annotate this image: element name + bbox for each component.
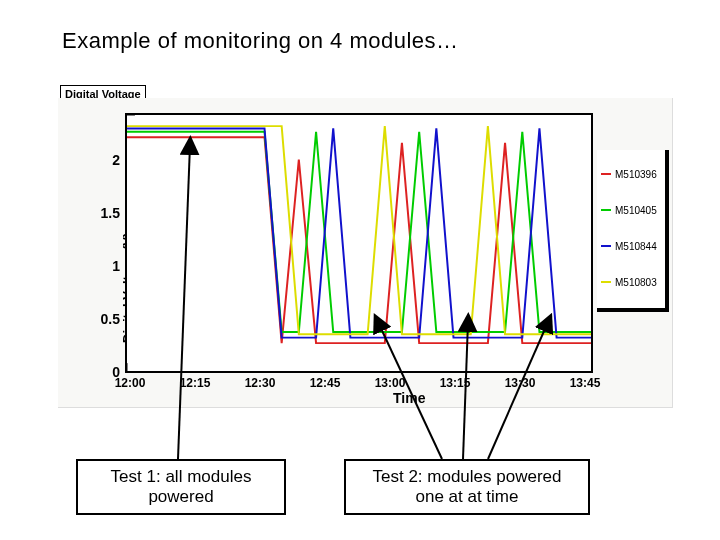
legend-label: M510844: [615, 241, 657, 252]
legend-item: M510844: [601, 228, 661, 264]
x-tick: 13:15: [435, 376, 475, 390]
legend-label: M510803: [615, 277, 657, 288]
y-tick: 1: [94, 258, 120, 274]
x-tick: 12:30: [240, 376, 280, 390]
plot-area: [125, 113, 593, 373]
x-tick: 12:45: [305, 376, 345, 390]
chart-panel: Digital Voltage (V) 0 0.5 1 1.5 2 12:00 …: [58, 98, 673, 408]
legend-swatch-icon: [601, 209, 611, 211]
y-tick: 2: [94, 152, 120, 168]
x-axis-label: Time: [393, 390, 425, 406]
x-tick: 13:30: [500, 376, 540, 390]
x-tick: 12:15: [175, 376, 215, 390]
annotation-test2: Test 2: modules powered one at at time: [344, 459, 590, 515]
annotation-test1: Test 1: all modules powered: [76, 459, 286, 515]
legend-swatch-icon: [601, 245, 611, 247]
legend-label: M510396: [615, 169, 657, 180]
legend-swatch-icon: [601, 173, 611, 175]
x-tick: 13:00: [370, 376, 410, 390]
x-tick: 12:00: [110, 376, 150, 390]
y-tick: 1.5: [94, 205, 120, 221]
legend: M510396 M510405 M510844 M510803: [597, 150, 669, 312]
legend-item: M510803: [601, 264, 661, 300]
chart-svg: [127, 115, 591, 371]
legend-item: M510405: [601, 192, 661, 228]
legend-label: M510405: [615, 205, 657, 216]
page-title: Example of monitoring on 4 modules…: [62, 28, 459, 54]
y-tick: 0.5: [94, 311, 120, 327]
x-tick: 13:45: [565, 376, 605, 390]
legend-swatch-icon: [601, 281, 611, 283]
legend-item: M510396: [601, 156, 661, 192]
